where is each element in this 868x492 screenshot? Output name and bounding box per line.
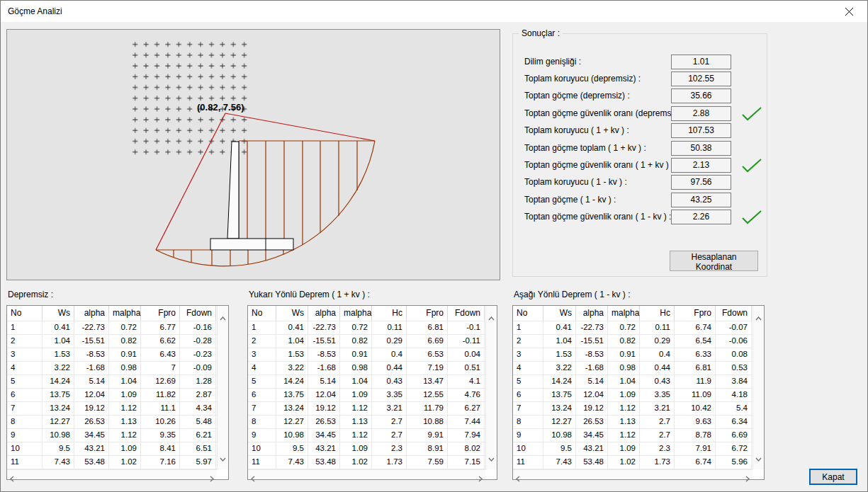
table-row[interactable]: 713.2419.121.123.2111.796.27 (248, 402, 497, 416)
scroll-down-icon[interactable] (755, 457, 762, 462)
table-row[interactable]: 109.543.211.098.416.51 (7, 442, 228, 456)
scroll-down-arrow[interactable] (755, 452, 762, 464)
table-row[interactable]: 31.53-8.530.910.46.330.08 (513, 348, 764, 362)
table-row[interactable]: 10.41-22.730.726.77-0.16 (7, 321, 228, 335)
column-header-alpha[interactable]: alpha (74, 306, 109, 321)
scroll-up-arrow[interactable] (220, 311, 226, 324)
scroll-right-arrow[interactable] (210, 472, 214, 485)
table-row[interactable]: 812.2726.531.132.79.636.34 (513, 416, 764, 429)
column-header-ws[interactable]: Ws (543, 306, 576, 321)
table-cell: 1.04 (340, 375, 372, 388)
table-row[interactable]: 514.245.141.0412.691.28 (7, 375, 228, 389)
vertical-scrollbar[interactable] (217, 306, 228, 469)
table-row[interactable]: 117.4353.481.021.737.597.15 (248, 456, 497, 469)
scroll-down-arrow[interactable] (220, 452, 226, 464)
table-row[interactable]: 910.9834.451.129.356.21 (7, 429, 228, 442)
table-row[interactable]: 109.543.211.092.38.918.02 (248, 442, 497, 456)
scroll-left-arrow[interactable] (516, 472, 520, 485)
scroll-down-arrow[interactable] (488, 452, 495, 464)
vertical-scrollbar[interactable] (485, 306, 497, 469)
table-row[interactable]: 43.22-1.680.987-0.09 (7, 362, 228, 375)
table-cell: 1.04 (109, 375, 141, 388)
table-body: 10.41-22.730.726.77-0.1621.04-15.510.826… (7, 321, 228, 469)
table-row[interactable]: 713.2419.121.123.2110.425.4 (513, 402, 764, 416)
close-button[interactable] (834, 1, 864, 22)
table-row[interactable]: 31.53-8.530.916.43-0.23 (7, 348, 228, 362)
column-header-fdown[interactable]: Fdown (448, 306, 485, 321)
column-header-fdown[interactable]: Fdown (716, 306, 752, 321)
column-header-no[interactable]: No (7, 306, 43, 321)
table-row[interactable]: 910.9834.451.122.79.917.94 (248, 429, 497, 442)
scroll-right-arrow[interactable] (745, 472, 750, 485)
horizontal-scrollbar[interactable] (513, 469, 753, 479)
table-row[interactable]: 117.4353.481.027.165.97 (7, 456, 228, 469)
hesaplanan-koordinat-button[interactable]: Hesaplanan Koordinat (670, 251, 758, 271)
table-row[interactable]: 812.2726.531.1310.265.48 (7, 416, 228, 429)
table-cell: -0.28 (180, 335, 216, 348)
table-row[interactable]: 613.7512.041.093.3511.094.18 (513, 389, 764, 402)
table-row[interactable]: 514.245.141.040.4311.93.84 (513, 375, 764, 389)
column-header-ws[interactable]: Ws (276, 306, 308, 321)
table-cell: 0.82 (340, 335, 372, 348)
column-header-no[interactable]: No (513, 306, 543, 321)
table-cell: -0.11 (448, 335, 485, 348)
scroll-down-icon[interactable] (488, 457, 495, 462)
table-row[interactable]: 10.41-22.730.720.116.74-0.07 (513, 321, 764, 335)
kapat-button[interactable]: Kapat (809, 469, 857, 485)
scroll-left-arrow[interactable] (251, 472, 255, 485)
table-row[interactable]: 613.7512.041.093.3512.554.76 (248, 389, 497, 402)
table-row[interactable]: 43.22-1.680.980.447.190.51 (248, 362, 497, 375)
scroll-left-icon[interactable] (516, 476, 520, 482)
scroll-left-icon[interactable] (10, 476, 14, 482)
scroll-up-arrow[interactable] (488, 311, 495, 324)
table-row[interactable]: 514.245.141.040.4313.474.1 (248, 375, 497, 389)
table-cell: 0.72 (109, 321, 141, 334)
horizontal-scrollbar[interactable] (248, 469, 485, 479)
table-row[interactable]: 109.543.211.092.37.916.72 (513, 442, 764, 456)
table-row[interactable]: 21.04-15.510.820.296.69-0.11 (248, 335, 497, 348)
column-header-malpha[interactable]: malpha (109, 306, 141, 321)
table-cell: 12.04 (576, 389, 608, 401)
table-row[interactable]: 31.53-8.530.910.46.530.04 (248, 348, 497, 362)
table-row[interactable]: 910.9834.451.122.78.786.69 (513, 429, 764, 442)
column-header-hc[interactable]: Hc (640, 306, 675, 321)
table-row[interactable]: 43.22-1.680.980.446.810.53 (513, 362, 764, 375)
column-header-hc[interactable]: Hc (372, 306, 407, 321)
scroll-up-icon[interactable] (488, 316, 495, 321)
column-header-malpha[interactable]: malpha (340, 306, 372, 321)
scroll-right-icon[interactable] (210, 476, 214, 482)
table-row[interactable]: 812.2726.531.132.710.887.44 (248, 416, 497, 429)
vertical-scrollbar[interactable] (753, 306, 764, 469)
scroll-right-arrow[interactable] (478, 472, 483, 485)
table-cell: 0.98 (340, 362, 372, 374)
scroll-up-arrow[interactable] (755, 311, 762, 324)
scroll-left-arrow[interactable] (10, 472, 14, 485)
column-header-no[interactable]: No (248, 306, 276, 321)
scroll-right-icon[interactable] (478, 476, 483, 482)
table-row[interactable]: 117.4353.481.021.736.745.96 (513, 456, 764, 469)
table-row[interactable]: 10.41-22.730.720.116.81-0.1 (248, 321, 497, 335)
table-row[interactable]: 21.04-15.510.820.296.54-0.06 (513, 335, 764, 348)
titlebar[interactable]: Göçme Analizi (1, 1, 867, 22)
scroll-left-icon[interactable] (251, 476, 255, 482)
column-header-alpha[interactable]: alpha (308, 306, 340, 321)
scroll-up-icon[interactable] (755, 316, 762, 321)
scroll-up-icon[interactable] (220, 316, 226, 321)
column-header-malpha[interactable]: malpha (608, 306, 640, 321)
horizontal-scrollbar[interactable] (7, 469, 217, 479)
scroll-right-icon[interactable] (745, 476, 750, 482)
table-cell: 43.21 (74, 442, 109, 455)
table-row[interactable]: 713.2419.121.1211.14.34 (7, 402, 228, 416)
column-header-alpha[interactable]: alpha (576, 306, 608, 321)
column-header-fpro[interactable]: Fpro (141, 306, 180, 321)
column-header-ws[interactable]: Ws (43, 306, 74, 321)
results-groupbox: Sonuçlar : Dilim genişliği :1.01Toplam k… (512, 33, 767, 277)
scroll-down-icon[interactable] (220, 457, 226, 462)
column-header-fdown[interactable]: Fdown (180, 306, 216, 321)
table-cell: 8 (7, 416, 43, 428)
table-row[interactable]: 21.04-15.510.826.62-0.28 (7, 335, 228, 348)
column-header-fpro[interactable]: Fpro (675, 306, 716, 321)
table-cell: 3.35 (372, 389, 407, 401)
column-header-fpro[interactable]: Fpro (407, 306, 448, 321)
table-row[interactable]: 613.7512.041.0911.822.87 (7, 389, 228, 402)
